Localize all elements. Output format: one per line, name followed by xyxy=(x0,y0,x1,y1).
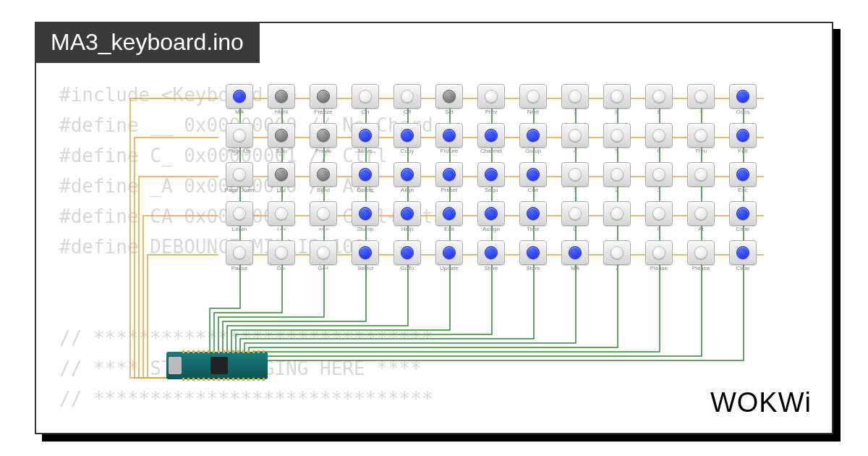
pushbutton[interactable]: 5 xyxy=(596,123,638,162)
pushbutton[interactable]: Clear xyxy=(722,240,764,279)
key-cap xyxy=(729,240,757,265)
pushbutton[interactable]: Channel xyxy=(470,123,512,162)
pushbutton[interactable]: Please xyxy=(680,240,722,279)
pushbutton[interactable]: Page Up xyxy=(218,123,260,162)
microcontroller-board[interactable] xyxy=(166,352,268,379)
key-label: MA xyxy=(571,266,579,271)
pushbutton[interactable]: Go- xyxy=(260,240,302,279)
key-cap xyxy=(477,162,505,187)
key-label: Go- xyxy=(276,266,286,271)
pushbutton[interactable]: GoTo xyxy=(386,240,428,279)
pushbutton[interactable]: Go+ xyxy=(302,240,344,279)
mcu-pin xyxy=(218,378,220,381)
key-cap xyxy=(687,123,715,148)
pushbutton[interactable]: 2 xyxy=(596,162,638,201)
key-cap xyxy=(561,201,589,226)
key-label: MA xyxy=(235,109,244,115)
pushbutton[interactable]: Fixture xyxy=(428,123,470,162)
pushbutton[interactable]: Off xyxy=(386,84,428,123)
pushbutton[interactable]: Edit xyxy=(428,201,470,240)
pushbutton[interactable]: 8 xyxy=(596,84,638,123)
key-cap xyxy=(519,162,547,187)
pushbutton[interactable]: List xyxy=(260,162,302,201)
pushbutton[interactable]: Freeze xyxy=(302,84,344,123)
pushbutton[interactable]: Delete xyxy=(344,162,386,201)
pushbutton[interactable]: Store xyxy=(470,240,512,279)
key-label: 8 xyxy=(616,109,618,115)
pushbutton[interactable]: Please xyxy=(638,240,680,279)
pushbutton[interactable]: Align xyxy=(386,162,428,201)
pushbutton[interactable]: Thru xyxy=(680,123,722,162)
pushbutton[interactable]: Highl xyxy=(260,84,302,123)
pushbutton[interactable]: Learn xyxy=(218,201,260,240)
pushbutton[interactable]: 0 xyxy=(554,201,596,240)
pushbutton[interactable]: Select xyxy=(344,240,386,279)
pushbutton[interactable]: Blind xyxy=(302,162,344,201)
pushbutton[interactable]: - xyxy=(680,162,722,201)
pushbutton[interactable]: 1 xyxy=(554,162,596,201)
pushbutton[interactable]: 4 xyxy=(554,123,596,162)
pushbutton[interactable]: Update xyxy=(428,240,470,279)
key-cap xyxy=(687,162,715,187)
mcu-pin xyxy=(247,378,250,381)
pushbutton[interactable]: Next xyxy=(512,84,554,123)
pushbutton[interactable]: Solo xyxy=(260,123,302,162)
key-label: Go+ xyxy=(318,266,328,271)
pushbutton[interactable]: 3 xyxy=(638,162,680,201)
mcu-pin xyxy=(252,350,255,353)
mcu-pin xyxy=(237,350,239,353)
pushbutton[interactable]: Page Down xyxy=(218,162,260,201)
key-cap xyxy=(435,162,463,187)
pushbutton[interactable]: Oops xyxy=(722,84,764,123)
key-cap xyxy=(477,201,505,226)
pushbutton[interactable]: Esc xyxy=(722,162,764,201)
pushbutton[interactable]: Clear xyxy=(722,201,764,240)
pushbutton[interactable]: >>> xyxy=(302,201,344,240)
key-dot-icon xyxy=(359,90,372,103)
pushbutton[interactable]: Full xyxy=(722,123,764,162)
pushbutton[interactable]: 6 xyxy=(638,123,680,162)
pushbutton[interactable]: Preset xyxy=(428,162,470,201)
pushbutton[interactable]: Pause xyxy=(218,240,260,279)
key-dot-icon xyxy=(317,129,330,142)
key-cap xyxy=(352,162,379,187)
mcu-pin xyxy=(218,350,220,353)
pushbutton[interactable]: / xyxy=(596,240,638,279)
key-label: Channel xyxy=(480,148,502,154)
key-cap xyxy=(645,123,673,148)
key-dot-icon xyxy=(233,168,246,181)
pushbutton[interactable]: Set xyxy=(428,84,470,123)
key-dot-icon xyxy=(694,90,707,103)
key-dot-icon xyxy=(527,168,540,181)
pushbutton[interactable]: At xyxy=(680,201,722,240)
pushbutton[interactable]: MA xyxy=(554,240,596,279)
pushbutton[interactable]: Time xyxy=(512,201,554,240)
key-cap xyxy=(268,162,295,187)
pushbutton[interactable]: MA xyxy=(218,84,260,123)
pushbutton[interactable]: Sequ xyxy=(470,162,512,201)
key-matrix: MAHighlFreezeOnOffSetPrevNext789+OopsPag… xyxy=(218,84,764,279)
pushbutton[interactable]: Group xyxy=(512,123,554,162)
pushbutton[interactable]: If xyxy=(638,201,680,240)
pushbutton[interactable]: On xyxy=(344,84,386,123)
key-label: Move xyxy=(358,148,373,154)
pushbutton[interactable]: Move xyxy=(344,123,386,162)
project-card: MA3_keyboard.ino #include <Keyboard.h> #… xyxy=(35,22,833,434)
pushbutton[interactable]: 9 xyxy=(638,84,680,123)
pushbutton[interactable]: . xyxy=(596,201,638,240)
pushbutton[interactable]: Store xyxy=(512,240,554,279)
pushbutton[interactable]: Copy xyxy=(386,123,428,162)
pushbutton[interactable]: Assign xyxy=(470,201,512,240)
key-dot-icon xyxy=(233,129,246,142)
pushbutton[interactable]: + xyxy=(680,84,722,123)
pushbutton[interactable]: <<< xyxy=(260,201,302,240)
pushbutton[interactable]: Stomp xyxy=(344,201,386,240)
key-cap xyxy=(226,123,253,148)
pushbutton[interactable]: Cue xyxy=(512,162,554,201)
key-label: Store xyxy=(526,266,540,271)
pushbutton[interactable]: Help xyxy=(386,201,428,240)
pushbutton[interactable]: Prevw xyxy=(302,123,344,162)
pushbutton[interactable]: Prev xyxy=(470,84,512,123)
pushbutton[interactable]: 7 xyxy=(554,84,596,123)
key-label: 6 xyxy=(658,148,660,154)
